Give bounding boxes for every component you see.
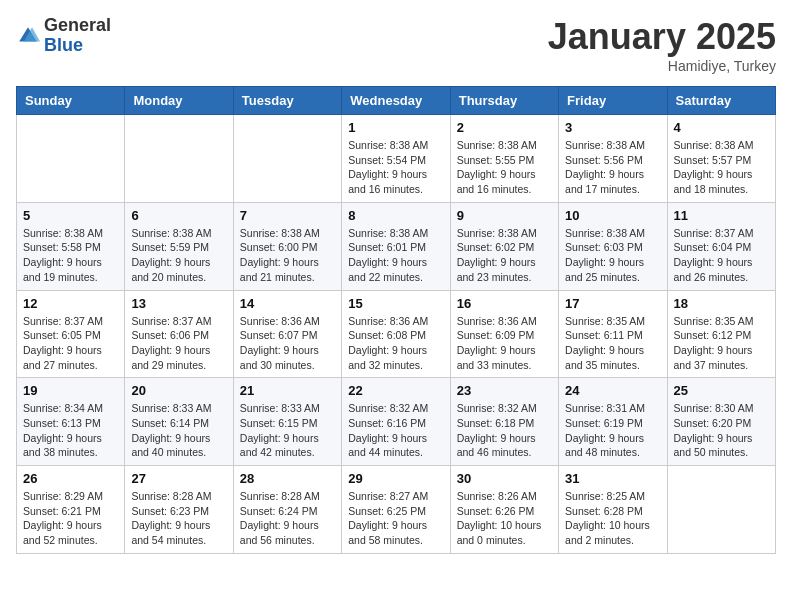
day-number: 13 <box>131 296 226 311</box>
day-info: Sunrise: 8:38 AM Sunset: 5:55 PM Dayligh… <box>457 138 552 197</box>
day-info: Sunrise: 8:36 AM Sunset: 6:09 PM Dayligh… <box>457 314 552 373</box>
calendar-week-row: 12Sunrise: 8:37 AM Sunset: 6:05 PM Dayli… <box>17 290 776 378</box>
calendar-cell: 17Sunrise: 8:35 AM Sunset: 6:11 PM Dayli… <box>559 290 667 378</box>
day-info: Sunrise: 8:37 AM Sunset: 6:04 PM Dayligh… <box>674 226 769 285</box>
logo: General Blue <box>16 16 111 56</box>
page-header: General Blue January 2025 Hamidiye, Turk… <box>16 16 776 74</box>
calendar-cell: 20Sunrise: 8:33 AM Sunset: 6:14 PM Dayli… <box>125 378 233 466</box>
month-title: January 2025 <box>548 16 776 58</box>
weekday-header: Thursday <box>450 87 558 115</box>
weekday-header: Tuesday <box>233 87 341 115</box>
logo-blue-text: Blue <box>44 35 83 55</box>
day-number: 28 <box>240 471 335 486</box>
day-number: 31 <box>565 471 660 486</box>
logo-icon <box>16 24 40 48</box>
calendar-week-row: 26Sunrise: 8:29 AM Sunset: 6:21 PM Dayli… <box>17 466 776 554</box>
day-info: Sunrise: 8:31 AM Sunset: 6:19 PM Dayligh… <box>565 401 660 460</box>
day-info: Sunrise: 8:38 AM Sunset: 5:59 PM Dayligh… <box>131 226 226 285</box>
calendar-cell: 9Sunrise: 8:38 AM Sunset: 6:02 PM Daylig… <box>450 202 558 290</box>
day-number: 2 <box>457 120 552 135</box>
calendar-cell: 21Sunrise: 8:33 AM Sunset: 6:15 PM Dayli… <box>233 378 341 466</box>
day-number: 9 <box>457 208 552 223</box>
calendar-cell: 16Sunrise: 8:36 AM Sunset: 6:09 PM Dayli… <box>450 290 558 378</box>
location: Hamidiye, Turkey <box>548 58 776 74</box>
calendar-cell <box>125 115 233 203</box>
day-number: 22 <box>348 383 443 398</box>
calendar-cell: 14Sunrise: 8:36 AM Sunset: 6:07 PM Dayli… <box>233 290 341 378</box>
calendar-cell: 31Sunrise: 8:25 AM Sunset: 6:28 PM Dayli… <box>559 466 667 554</box>
calendar-cell: 15Sunrise: 8:36 AM Sunset: 6:08 PM Dayli… <box>342 290 450 378</box>
day-number: 17 <box>565 296 660 311</box>
day-info: Sunrise: 8:38 AM Sunset: 6:01 PM Dayligh… <box>348 226 443 285</box>
weekday-header: Saturday <box>667 87 775 115</box>
day-info: Sunrise: 8:25 AM Sunset: 6:28 PM Dayligh… <box>565 489 660 548</box>
calendar-cell: 4Sunrise: 8:38 AM Sunset: 5:57 PM Daylig… <box>667 115 775 203</box>
calendar-cell: 25Sunrise: 8:30 AM Sunset: 6:20 PM Dayli… <box>667 378 775 466</box>
day-info: Sunrise: 8:28 AM Sunset: 6:23 PM Dayligh… <box>131 489 226 548</box>
day-number: 21 <box>240 383 335 398</box>
day-info: Sunrise: 8:33 AM Sunset: 6:14 PM Dayligh… <box>131 401 226 460</box>
day-number: 29 <box>348 471 443 486</box>
calendar-cell: 22Sunrise: 8:32 AM Sunset: 6:16 PM Dayli… <box>342 378 450 466</box>
calendar-cell: 3Sunrise: 8:38 AM Sunset: 5:56 PM Daylig… <box>559 115 667 203</box>
day-info: Sunrise: 8:35 AM Sunset: 6:11 PM Dayligh… <box>565 314 660 373</box>
calendar-cell: 10Sunrise: 8:38 AM Sunset: 6:03 PM Dayli… <box>559 202 667 290</box>
day-info: Sunrise: 8:36 AM Sunset: 6:07 PM Dayligh… <box>240 314 335 373</box>
day-info: Sunrise: 8:33 AM Sunset: 6:15 PM Dayligh… <box>240 401 335 460</box>
calendar-cell: 30Sunrise: 8:26 AM Sunset: 6:26 PM Dayli… <box>450 466 558 554</box>
calendar-cell: 29Sunrise: 8:27 AM Sunset: 6:25 PM Dayli… <box>342 466 450 554</box>
calendar-cell: 24Sunrise: 8:31 AM Sunset: 6:19 PM Dayli… <box>559 378 667 466</box>
day-info: Sunrise: 8:26 AM Sunset: 6:26 PM Dayligh… <box>457 489 552 548</box>
calendar-cell: 2Sunrise: 8:38 AM Sunset: 5:55 PM Daylig… <box>450 115 558 203</box>
day-number: 10 <box>565 208 660 223</box>
day-info: Sunrise: 8:38 AM Sunset: 6:03 PM Dayligh… <box>565 226 660 285</box>
day-number: 27 <box>131 471 226 486</box>
calendar-cell: 13Sunrise: 8:37 AM Sunset: 6:06 PM Dayli… <box>125 290 233 378</box>
calendar-cell: 11Sunrise: 8:37 AM Sunset: 6:04 PM Dayli… <box>667 202 775 290</box>
day-info: Sunrise: 8:27 AM Sunset: 6:25 PM Dayligh… <box>348 489 443 548</box>
calendar-cell: 19Sunrise: 8:34 AM Sunset: 6:13 PM Dayli… <box>17 378 125 466</box>
day-info: Sunrise: 8:38 AM Sunset: 6:02 PM Dayligh… <box>457 226 552 285</box>
day-info: Sunrise: 8:37 AM Sunset: 6:05 PM Dayligh… <box>23 314 118 373</box>
day-number: 11 <box>674 208 769 223</box>
day-number: 12 <box>23 296 118 311</box>
day-info: Sunrise: 8:38 AM Sunset: 5:57 PM Dayligh… <box>674 138 769 197</box>
weekday-header: Wednesday <box>342 87 450 115</box>
calendar-cell: 26Sunrise: 8:29 AM Sunset: 6:21 PM Dayli… <box>17 466 125 554</box>
title-block: January 2025 Hamidiye, Turkey <box>548 16 776 74</box>
day-number: 18 <box>674 296 769 311</box>
day-info: Sunrise: 8:32 AM Sunset: 6:16 PM Dayligh… <box>348 401 443 460</box>
calendar-cell: 7Sunrise: 8:38 AM Sunset: 6:00 PM Daylig… <box>233 202 341 290</box>
day-info: Sunrise: 8:28 AM Sunset: 6:24 PM Dayligh… <box>240 489 335 548</box>
day-number: 20 <box>131 383 226 398</box>
calendar-week-row: 5Sunrise: 8:38 AM Sunset: 5:58 PM Daylig… <box>17 202 776 290</box>
day-info: Sunrise: 8:37 AM Sunset: 6:06 PM Dayligh… <box>131 314 226 373</box>
calendar-cell: 6Sunrise: 8:38 AM Sunset: 5:59 PM Daylig… <box>125 202 233 290</box>
day-info: Sunrise: 8:36 AM Sunset: 6:08 PM Dayligh… <box>348 314 443 373</box>
day-number: 8 <box>348 208 443 223</box>
calendar-table: SundayMondayTuesdayWednesdayThursdayFrid… <box>16 86 776 554</box>
logo-general-text: General <box>44 15 111 35</box>
day-number: 5 <box>23 208 118 223</box>
calendar-cell: 5Sunrise: 8:38 AM Sunset: 5:58 PM Daylig… <box>17 202 125 290</box>
day-number: 6 <box>131 208 226 223</box>
calendar-week-row: 19Sunrise: 8:34 AM Sunset: 6:13 PM Dayli… <box>17 378 776 466</box>
day-info: Sunrise: 8:35 AM Sunset: 6:12 PM Dayligh… <box>674 314 769 373</box>
calendar-week-row: 1Sunrise: 8:38 AM Sunset: 5:54 PM Daylig… <box>17 115 776 203</box>
calendar-cell <box>233 115 341 203</box>
day-number: 15 <box>348 296 443 311</box>
calendar-cell: 23Sunrise: 8:32 AM Sunset: 6:18 PM Dayli… <box>450 378 558 466</box>
day-info: Sunrise: 8:34 AM Sunset: 6:13 PM Dayligh… <box>23 401 118 460</box>
calendar-cell <box>667 466 775 554</box>
day-number: 25 <box>674 383 769 398</box>
weekday-header-row: SundayMondayTuesdayWednesdayThursdayFrid… <box>17 87 776 115</box>
calendar-cell: 8Sunrise: 8:38 AM Sunset: 6:01 PM Daylig… <box>342 202 450 290</box>
calendar-cell: 28Sunrise: 8:28 AM Sunset: 6:24 PM Dayli… <box>233 466 341 554</box>
calendar-cell: 12Sunrise: 8:37 AM Sunset: 6:05 PM Dayli… <box>17 290 125 378</box>
calendar-cell: 18Sunrise: 8:35 AM Sunset: 6:12 PM Dayli… <box>667 290 775 378</box>
day-info: Sunrise: 8:29 AM Sunset: 6:21 PM Dayligh… <box>23 489 118 548</box>
day-number: 23 <box>457 383 552 398</box>
weekday-header: Monday <box>125 87 233 115</box>
calendar-cell: 27Sunrise: 8:28 AM Sunset: 6:23 PM Dayli… <box>125 466 233 554</box>
day-number: 19 <box>23 383 118 398</box>
